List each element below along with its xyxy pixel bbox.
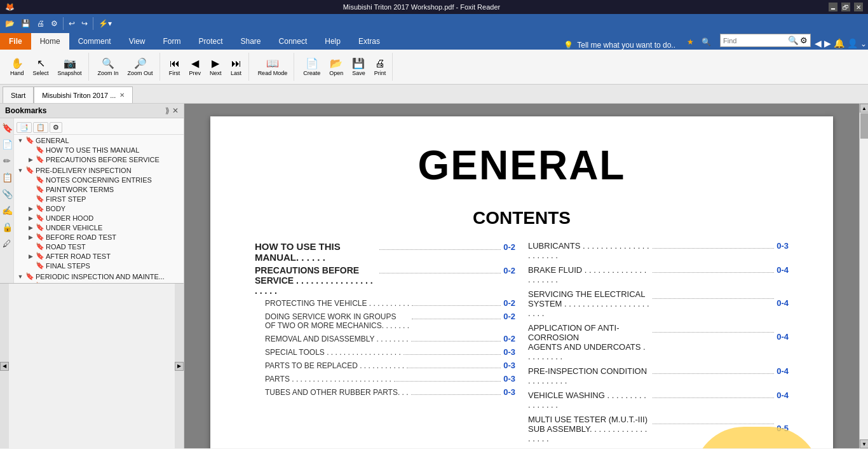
sidebar-scroll-right[interactable]: ▶ xyxy=(175,362,184,371)
sidebar-collapse-button[interactable]: ✕ xyxy=(172,106,179,115)
open-doc-button[interactable]: 📂Open xyxy=(325,55,347,78)
tree-row-final-steps[interactable]: ▶ 🔖 FINAL STEPS xyxy=(24,261,184,270)
expand-icon-precautions[interactable]: ▶ xyxy=(27,156,34,163)
tree-row-pre-delivery[interactable]: ▼ 🔖 PRE-DELIVERY INSPECTION xyxy=(14,165,184,175)
save-doc-button[interactable]: 💾Save xyxy=(348,55,369,78)
tab-comment[interactable]: Comment xyxy=(69,33,120,50)
tab-document[interactable]: Misubishi Triton 2017 ... ✕ xyxy=(34,86,133,103)
stamp-icon-button[interactable]: 🖊 xyxy=(1,237,13,251)
expand-icon-general[interactable]: ▼ xyxy=(17,137,24,144)
toc-sub-dots-special-tools xyxy=(403,354,501,355)
next-page-button[interactable]: ▶Next xyxy=(206,55,226,78)
expand-icon-body[interactable]: ▶ xyxy=(27,205,34,212)
scroll-down-button[interactable]: ▼ xyxy=(860,439,868,448)
save-button[interactable]: 💾 xyxy=(18,16,33,31)
tab-connect[interactable]: Connect xyxy=(270,33,316,50)
pages-icon-button[interactable]: 📄 xyxy=(1,137,13,151)
notification-bell[interactable]: 🔔 xyxy=(832,37,846,50)
bookmark-icon-under-hood: 🔖 xyxy=(36,214,44,222)
scroll-thumb[interactable] xyxy=(860,113,868,139)
find-button[interactable]: 🔍 xyxy=(699,34,714,50)
sidebar-scroll-left[interactable]: ◀ xyxy=(0,362,9,371)
tab-protect[interactable]: Protect xyxy=(190,33,232,50)
properties-button[interactable]: ⚙ xyxy=(48,16,60,31)
nav-prev-button[interactable]: ◀ xyxy=(813,37,823,50)
bookmark-options[interactable]: ⚙ xyxy=(50,122,62,133)
tab-share[interactable]: Share xyxy=(232,33,270,50)
sidebar-bottom-scrollbar[interactable]: ◀ ▶ xyxy=(0,283,184,448)
expand-icon-under-vehicle[interactable]: ▶ xyxy=(27,224,34,231)
annotations-icon-button[interactable]: ✏ xyxy=(1,154,13,168)
title-bar-controls[interactable]: 🗕 🗗 ✕ xyxy=(829,3,863,11)
hand-tool-button[interactable]: ✋Hand xyxy=(6,55,28,78)
read-mode-button[interactable]: 📖Read Mode xyxy=(254,55,292,78)
find-input[interactable] xyxy=(723,37,787,45)
redo-button[interactable]: ↪ xyxy=(79,16,90,31)
toc-sub-protecting: PROTECTING THE VEHICLE . . . . . . . . .… xyxy=(265,298,515,308)
toc-sub-page-parts: 0-3 xyxy=(503,374,515,383)
scroll-up-button[interactable]: ▲ xyxy=(860,104,868,113)
print-button[interactable]: 🖨 xyxy=(34,16,47,31)
create-button[interactable]: 📄Create xyxy=(299,55,324,78)
tree-row-how-to-use[interactable]: ▶ 🔖 HOW TO USE THIS MANUAL xyxy=(24,145,184,155)
tree-row-paintwork[interactable]: ▶ 🔖 PAINTWORK TERMS xyxy=(24,184,184,194)
expand-icon-after-road[interactable]: ▶ xyxy=(27,252,34,260)
zoom-in-button[interactable]: 🔍Zoom In xyxy=(94,55,123,78)
bookmarks-icon-button[interactable]: 🔖 xyxy=(1,121,13,135)
tab-view[interactable]: View xyxy=(120,33,154,50)
security-icon-button[interactable]: 🔒 xyxy=(1,220,13,234)
attachments-icon-button[interactable]: 📎 xyxy=(1,187,13,201)
maximize-button[interactable]: 🗗 xyxy=(841,3,850,11)
tab-file[interactable]: File xyxy=(0,33,31,50)
right-scrollbar[interactable]: ▲ ▼ xyxy=(859,104,868,448)
toc-sub-page-tubes: 0-3 xyxy=(503,387,515,397)
close-button[interactable]: ✕ xyxy=(854,3,863,11)
layers-icon-button[interactable]: 📋 xyxy=(1,170,13,184)
tab-extras[interactable]: Extras xyxy=(349,33,389,50)
tree-row-first-step[interactable]: ▶ 🔖 FIRST STEP xyxy=(24,194,184,204)
select-button[interactable]: ↖Select xyxy=(29,55,53,78)
tab-form[interactable]: Form xyxy=(154,33,190,50)
find-search-icon[interactable]: 🔍 xyxy=(788,36,799,45)
undo-button[interactable]: ↩ xyxy=(66,16,78,31)
quick-action-button[interactable]: ⚡▾ xyxy=(96,16,114,31)
find-settings-icon[interactable]: ⚙ xyxy=(800,36,808,45)
tree-row-body[interactable]: ▶ 🔖 BODY xyxy=(24,204,184,213)
tab-help[interactable]: Help xyxy=(316,33,349,50)
tree-row-general[interactable]: ▼ 🔖 GENERAL xyxy=(14,135,184,145)
expand-icon-under-hood[interactable]: ▶ xyxy=(27,214,34,222)
signatures-icon-button[interactable]: ✍ xyxy=(1,204,13,218)
expand-icon-pre-delivery[interactable]: ▼ xyxy=(17,167,24,174)
tab-start[interactable]: Start xyxy=(3,86,34,103)
bookmark-expand-all[interactable]: 📋 xyxy=(33,122,48,133)
bookmark-star-button[interactable]: ★ xyxy=(684,34,696,50)
first-page-button[interactable]: ⏮First xyxy=(165,56,184,78)
sidebar-expand-button[interactable]: ⟫ xyxy=(165,106,170,115)
user-profile-button[interactable]: 👤 xyxy=(846,37,859,50)
print-doc-button[interactable]: 🖨Print xyxy=(370,56,390,78)
nav-next-button[interactable]: ▶ xyxy=(823,37,832,50)
tree-row-precautions[interactable]: ▶ 🔖 PRECAUTIONS BEFORE SERVICE xyxy=(24,155,184,164)
tree-row-after-road[interactable]: ▶ 🔖 AFTER ROAD TEST xyxy=(24,251,184,261)
snapshot-button[interactable]: 📷Snapshot xyxy=(54,55,86,78)
tree-row-notes[interactable]: ▶ 🔖 NOTES CONCERNING ENTRIES xyxy=(24,175,184,184)
expand-ribbon-button[interactable]: ⌄ xyxy=(859,38,868,50)
tree-row-under-vehicle[interactable]: ▶ 🔖 UNDER VEHICLE xyxy=(24,223,184,232)
contents-heading: CONTENTS xyxy=(248,208,795,228)
tell-me-icon: 💡 xyxy=(564,41,573,50)
tab-close-button[interactable]: ✕ xyxy=(119,92,125,99)
expand-icon-before-road[interactable]: ▶ xyxy=(27,233,34,241)
bookmark-collapse-all[interactable]: 📑 xyxy=(17,122,32,133)
prev-page-button[interactable]: ◀Prev xyxy=(186,55,205,78)
last-page-button[interactable]: ⏭Last xyxy=(227,56,246,78)
tree-row-periodic[interactable]: ▼ 🔖 PERIODIC INSPECTION AND MAINTE... xyxy=(14,272,184,281)
tree-row-before-road[interactable]: ▶ 🔖 BEFORE ROAD TEST xyxy=(24,232,184,242)
expand-icon-periodic[interactable]: ▼ xyxy=(17,273,24,280)
zoom-out-button[interactable]: 🔎Zoom Out xyxy=(124,55,157,78)
open-button[interactable]: 📂 xyxy=(3,16,17,31)
bookmark-icon-after-road: 🔖 xyxy=(36,252,44,260)
tab-home[interactable]: Home xyxy=(31,33,69,50)
minimize-button[interactable]: 🗕 xyxy=(829,3,837,11)
tree-row-road-test[interactable]: ▶ 🔖 ROAD TEST xyxy=(24,242,184,251)
tree-row-under-hood[interactable]: ▶ 🔖 UNDER HOOD xyxy=(24,213,184,223)
